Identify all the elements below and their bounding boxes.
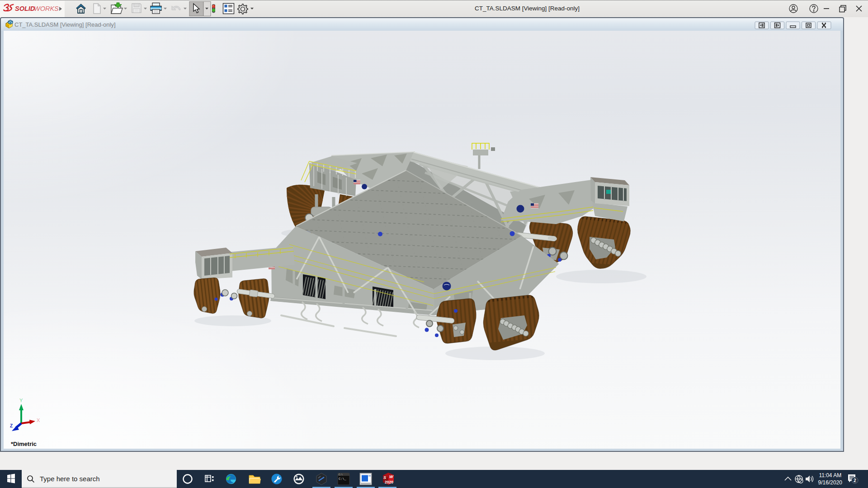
svg-text:X: X: [37, 418, 40, 423]
svg-text:S: S: [383, 475, 386, 480]
svg-text:SOLID: SOLID: [15, 5, 35, 12]
svg-text:Y: Y: [19, 398, 23, 403]
svg-text:Z: Z: [10, 423, 13, 428]
svg-text:2020: 2020: [385, 480, 393, 484]
svg-text:2: 2: [854, 478, 856, 483]
svg-text:C:\_: C:\_: [339, 477, 347, 481]
svg-text:WORKS: WORKS: [34, 5, 59, 12]
svg-text:C:\: C:\: [339, 474, 343, 476]
